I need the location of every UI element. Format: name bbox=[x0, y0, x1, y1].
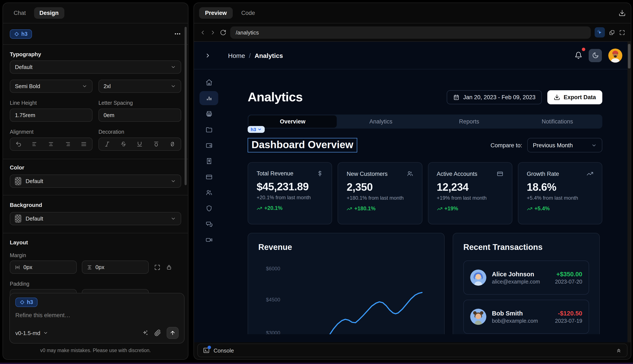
panel-scrollbar[interactable] bbox=[184, 27, 187, 185]
copy-icon[interactable] bbox=[609, 29, 615, 36]
url-input[interactable] bbox=[236, 29, 585, 36]
font-weight-select[interactable]: Semi Bold bbox=[10, 80, 93, 93]
forward-icon[interactable] bbox=[210, 29, 216, 36]
margin-expand-icon[interactable] bbox=[154, 264, 161, 270]
nav-users-icon[interactable] bbox=[199, 186, 218, 200]
model-selector[interactable]: v0-1.5-md bbox=[15, 330, 48, 336]
preview-scrollbar[interactable] bbox=[627, 42, 631, 342]
nav-wallet-icon[interactable] bbox=[199, 138, 218, 152]
diamond-icon bbox=[14, 31, 19, 36]
console-activity-dot bbox=[207, 346, 211, 349]
line-height-input[interactable] bbox=[15, 112, 87, 118]
italic-icon[interactable] bbox=[104, 141, 110, 147]
date-range-picker[interactable]: Jan 20, 2023 - Feb 09, 2023 bbox=[447, 90, 542, 104]
more-menu-icon[interactable] bbox=[174, 30, 181, 38]
moon-icon bbox=[592, 52, 599, 59]
chevron-down-icon bbox=[43, 330, 48, 336]
stat-card-new-customers: New Customers 2,350 +180.1% from last mo… bbox=[338, 162, 423, 224]
nav-shield-icon[interactable] bbox=[199, 201, 218, 216]
nav-messages-icon[interactable] bbox=[199, 217, 218, 231]
stats-grid: Total Revenue $45,231.89 +20.1% from las… bbox=[248, 162, 602, 224]
tab-chat[interactable]: Chat bbox=[8, 7, 31, 19]
preview-viewport: Home / Analytics bbox=[194, 42, 631, 342]
breadcrumb: Home / Analytics bbox=[228, 52, 283, 59]
tab-code[interactable]: Code bbox=[235, 7, 261, 19]
margin-x-input[interactable] bbox=[24, 264, 72, 270]
transactions-title: Recent Transactions bbox=[463, 243, 589, 252]
align-left-icon[interactable] bbox=[32, 141, 38, 147]
prompt-placeholder[interactable]: Refine this element… bbox=[15, 312, 179, 318]
color-select[interactable]: Default bbox=[10, 174, 181, 188]
breadcrumb-separator: / bbox=[249, 52, 251, 59]
undo-icon[interactable] bbox=[15, 141, 22, 147]
nav-video-icon[interactable] bbox=[199, 233, 218, 247]
back-icon[interactable] bbox=[199, 29, 206, 36]
nav-cards-icon[interactable] bbox=[199, 170, 218, 184]
inspect-cursor-icon[interactable] bbox=[595, 27, 605, 38]
selected-element-chip[interactable]: h3 bbox=[248, 126, 265, 133]
font-size-select[interactable]: 2xl bbox=[98, 80, 181, 93]
chevron-down-icon bbox=[591, 142, 597, 148]
nav-printer-icon[interactable] bbox=[199, 107, 218, 121]
user-avatar[interactable] bbox=[608, 48, 622, 62]
background-swatch-icon bbox=[15, 214, 21, 223]
tab-preview[interactable]: Preview bbox=[199, 7, 233, 19]
browser-bar bbox=[194, 24, 631, 42]
line-height-label: Line Height bbox=[10, 100, 93, 106]
margin-y-input[interactable] bbox=[95, 264, 144, 270]
editor-tab-bar: Chat Design bbox=[3, 3, 188, 24]
submit-prompt-button[interactable] bbox=[167, 327, 179, 339]
analytics-app: Home / Analytics bbox=[194, 42, 631, 342]
transaction-amount: -$120.50 bbox=[555, 310, 582, 316]
transaction-row: Alice Johnson alice@example.com +$350.00… bbox=[463, 260, 589, 294]
sparkles-icon[interactable] bbox=[142, 330, 149, 336]
tab-reports[interactable]: Reports bbox=[425, 115, 513, 128]
align-justify-icon[interactable] bbox=[81, 141, 87, 147]
tab-notifications[interactable]: Notifications bbox=[513, 115, 601, 128]
fullscreen-icon[interactable] bbox=[619, 29, 625, 36]
nav-home-icon[interactable] bbox=[199, 75, 218, 90]
url-bar bbox=[230, 26, 591, 38]
sidebar-toggle-icon[interactable] bbox=[204, 52, 211, 58]
background-select[interactable]: Default bbox=[10, 212, 181, 225]
no-decoration-icon[interactable] bbox=[169, 141, 176, 147]
transactions-list: Alice Johnson alice@example.com +$350.00… bbox=[463, 260, 589, 334]
color-swatch-icon bbox=[15, 177, 21, 185]
line-height-input-wrap bbox=[10, 108, 93, 122]
letter-spacing-input[interactable] bbox=[104, 112, 176, 118]
expand-console-icon[interactable] bbox=[615, 347, 622, 354]
refresh-icon[interactable] bbox=[220, 29, 226, 36]
layout-heading: Layout bbox=[10, 239, 181, 246]
align-right-icon[interactable] bbox=[64, 141, 71, 147]
notifications-bell-icon[interactable] bbox=[575, 52, 582, 59]
refine-prompt-box[interactable]: h3 Refine this element… v0-1.5-md bbox=[9, 293, 184, 344]
margin-lock-icon[interactable] bbox=[166, 264, 172, 270]
theme-toggle-button[interactable] bbox=[589, 49, 602, 62]
tab-design[interactable]: Design bbox=[34, 7, 64, 19]
element-badge[interactable]: h3 bbox=[10, 29, 32, 38]
page-title: Analytics bbox=[248, 90, 303, 104]
paperclip-icon[interactable] bbox=[154, 330, 161, 336]
app-nav-rail bbox=[194, 70, 224, 342]
selected-heading[interactable]: Dashboard Overview bbox=[248, 138, 357, 152]
nav-folder-icon[interactable] bbox=[199, 122, 218, 137]
overline-icon[interactable] bbox=[153, 141, 159, 147]
chevron-down-icon bbox=[258, 127, 262, 132]
transaction-amount: +$350.00 bbox=[555, 270, 582, 277]
download-icon[interactable] bbox=[618, 9, 626, 16]
align-center-icon[interactable] bbox=[48, 141, 54, 147]
font-select[interactable]: Default bbox=[10, 60, 181, 74]
nav-analytics-icon[interactable] bbox=[199, 91, 218, 105]
scrollbar-thumb[interactable] bbox=[628, 44, 630, 68]
breadcrumb-current: Analytics bbox=[255, 52, 283, 59]
underline-icon[interactable] bbox=[137, 141, 143, 147]
export-data-button[interactable]: Export Data bbox=[547, 90, 602, 104]
breadcrumb-home[interactable]: Home bbox=[228, 52, 245, 59]
strikethrough-icon[interactable] bbox=[120, 141, 127, 147]
calendar-icon bbox=[453, 94, 459, 100]
tab-analytics[interactable]: Analytics bbox=[337, 115, 425, 128]
compare-select[interactable]: Previous Month bbox=[527, 138, 602, 152]
console-bar[interactable]: Console bbox=[197, 344, 627, 357]
trending-up-icon bbox=[586, 170, 593, 177]
nav-receipt-icon[interactable] bbox=[199, 154, 218, 168]
